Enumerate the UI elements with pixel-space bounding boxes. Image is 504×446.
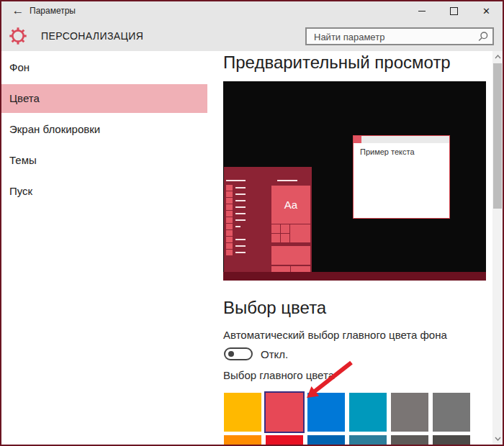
back-button[interactable]: ← bbox=[6, 0, 30, 22]
scroll-down-button[interactable] bbox=[493, 434, 502, 443]
sidebar-item-label: Фон bbox=[9, 61, 30, 73]
maximize-icon bbox=[450, 7, 458, 15]
sidebar-item-label: Темы bbox=[9, 154, 37, 166]
sidebar-item-5[interactable]: Пуск bbox=[1, 177, 207, 206]
close-button[interactable]: ✕ bbox=[470, 0, 503, 22]
sidebar-item-label: Экран блокировки bbox=[9, 123, 100, 135]
sidebar-item-4[interactable]: Темы bbox=[1, 146, 207, 175]
auto-color-toggle[interactable] bbox=[224, 347, 253, 360]
color-picker-label: Выбор главного цвета bbox=[223, 369, 334, 382]
color-swatch[interactable] bbox=[433, 435, 470, 446]
sidebar-item-label: Пуск bbox=[9, 185, 32, 197]
minimize-button[interactable] bbox=[405, 0, 438, 22]
color-swatch[interactable] bbox=[349, 393, 387, 432]
toggle-state-label: Откл. bbox=[261, 348, 288, 361]
swatch-row bbox=[224, 435, 470, 446]
color-swatch[interactable] bbox=[391, 393, 428, 432]
chevron-up-icon bbox=[495, 55, 501, 59]
preview-window-accent-square bbox=[354, 136, 361, 143]
theme-preview-image: Aa Пример текста bbox=[223, 81, 486, 281]
sidebar-item-2[interactable]: Цвета bbox=[1, 84, 207, 113]
search-icon[interactable] bbox=[477, 31, 489, 42]
scroll-up-button[interactable] bbox=[493, 53, 502, 61]
color-swatch[interactable] bbox=[266, 435, 303, 446]
sidebar-item-1[interactable]: Фон bbox=[1, 53, 207, 82]
color-swatch[interactable] bbox=[266, 393, 303, 432]
auto-color-label: Автоматический выбор главного цвета фона bbox=[223, 329, 447, 342]
preview-start-menu: Aa bbox=[224, 167, 312, 272]
settings-window: ← Параметры ✕ bbox=[0, 0, 504, 446]
preview-sample-window: Пример текста bbox=[353, 135, 450, 219]
preview-window-titlebar bbox=[354, 136, 449, 143]
color-swatch[interactable] bbox=[224, 435, 261, 446]
gear-icon bbox=[9, 27, 27, 45]
color-swatch[interactable] bbox=[307, 435, 345, 446]
color-swatch[interactable] bbox=[433, 393, 470, 432]
back-arrow-icon: ← bbox=[12, 4, 24, 18]
search-box bbox=[305, 27, 494, 45]
page-header: ПЕРСОНАЛИЗАЦИЯ bbox=[0, 22, 504, 51]
preview-taskbar bbox=[223, 272, 486, 281]
color-swatch[interactable] bbox=[349, 435, 387, 446]
vertical-scrollbar[interactable] bbox=[492, 51, 503, 445]
sidebar-item-3[interactable]: Экран блокировки bbox=[1, 115, 207, 144]
sidebar: ФонЦветаЭкран блокировкиТемыПуск bbox=[1, 51, 207, 445]
sidebar-item-label: Цвета bbox=[9, 92, 40, 104]
search-input[interactable] bbox=[312, 29, 474, 45]
toggle-knob bbox=[228, 351, 234, 357]
preview-accent-tile: Aa bbox=[271, 186, 310, 224]
color-swatch[interactable] bbox=[391, 435, 428, 446]
maximize-button[interactable] bbox=[438, 0, 470, 22]
minimize-icon bbox=[418, 11, 426, 12]
color-section-heading: Выбор цвета bbox=[223, 296, 326, 319]
titlebar: ← Параметры ✕ bbox=[0, 0, 504, 22]
page-title: ПЕРСОНАЛИЗАЦИЯ bbox=[41, 22, 143, 51]
window-title: Параметры bbox=[30, 0, 76, 22]
swatch-row bbox=[224, 393, 470, 432]
preview-heading: Предварительный просмотр bbox=[223, 51, 451, 74]
close-icon: ✕ bbox=[482, 6, 490, 16]
chevron-down-icon bbox=[495, 437, 501, 441]
scrollbar-thumb[interactable] bbox=[493, 63, 502, 209]
color-swatch[interactable] bbox=[224, 393, 261, 432]
preview-sample-text: Пример текста bbox=[360, 147, 415, 156]
color-swatch[interactable] bbox=[307, 393, 345, 432]
